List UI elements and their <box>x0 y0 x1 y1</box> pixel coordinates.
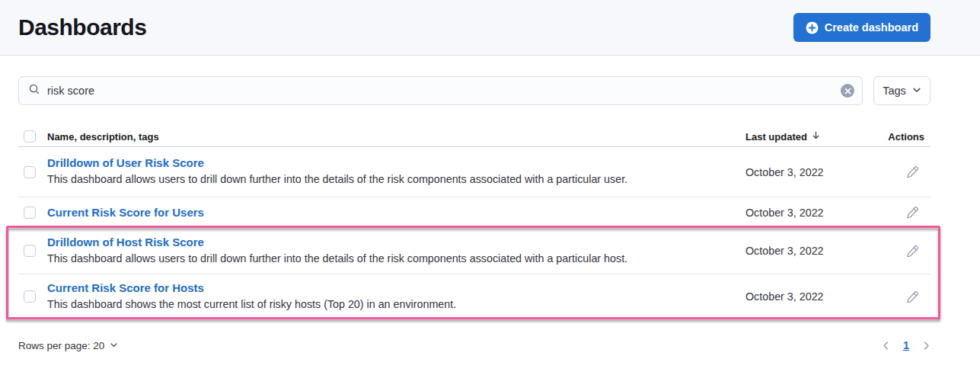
sort-arrow-down-icon <box>811 130 821 143</box>
name-cell: Drilldown of Host Risk Score This dashbo… <box>47 236 745 266</box>
dashboard-link[interactable]: Drilldown of User Risk Score <box>47 156 204 169</box>
select-all-checkbox[interactable] <box>24 130 36 143</box>
plus-in-circle-icon <box>806 21 819 34</box>
search-input[interactable] <box>47 85 835 97</box>
last-updated-cell: October 3, 2022 <box>745 207 876 219</box>
dashboard-link[interactable]: Current Risk Score for Hosts <box>47 281 204 294</box>
table-row: Current Risk Score for Users October 3, … <box>18 197 931 228</box>
chevron-down-icon <box>110 340 118 351</box>
pagination: 1 <box>879 339 933 352</box>
row-checkbox[interactable] <box>24 245 36 257</box>
create-dashboard-button[interactable]: Create dashboard <box>793 13 931 42</box>
table-row: Current Risk Score for Hosts This dashbo… <box>18 274 931 319</box>
next-page-chevron-right-icon[interactable] <box>920 339 933 352</box>
dashboard-description: This dashboard shows the most current li… <box>47 297 745 312</box>
table-footer: Rows per page: 20 1 <box>18 334 933 357</box>
row-checkbox-cell <box>18 166 47 178</box>
edit-pencil-icon[interactable] <box>902 162 923 183</box>
last-updated-cell: October 3, 2022 <box>745 290 876 303</box>
tags-filter-button[interactable]: Tags <box>873 76 931 105</box>
dashboard-description: This dashboard allows users to drill dow… <box>47 252 745 266</box>
last-updated-label: Last updated <box>745 131 807 143</box>
last-updated-cell: October 3, 2022 <box>745 166 876 178</box>
table-row: Drilldown of Host Risk Score This dashbo… <box>18 228 931 274</box>
row-checkbox-cell <box>18 207 47 219</box>
last-updated-cell: October 3, 2022 <box>745 245 876 257</box>
search-field[interactable] <box>18 76 863 105</box>
previous-page-chevron-left-icon[interactable] <box>879 339 892 352</box>
actions-cell <box>876 202 931 223</box>
actions-cell <box>876 162 931 183</box>
page-number-1[interactable]: 1 <box>903 339 909 351</box>
row-checkbox[interactable] <box>24 166 36 178</box>
dashboards-table: Name, description, tags Last updated Act… <box>18 127 931 319</box>
edit-pencil-icon[interactable] <box>902 240 923 261</box>
name-cell: Drilldown of User Risk Score This dashbo… <box>47 156 745 187</box>
row-checkbox[interactable] <box>24 207 36 219</box>
page-header: Dashboards Create dashboard <box>0 0 980 56</box>
create-dashboard-label: Create dashboard <box>825 21 918 34</box>
name-cell: Current Risk Score for Users <box>47 206 745 219</box>
rows-per-page-button[interactable]: Rows per page: 20 <box>18 340 118 351</box>
name-cell: Current Risk Score for Hosts This dashbo… <box>47 281 745 312</box>
dashboard-description: This dashboard allows users to drill dow… <box>47 172 745 187</box>
search-icon <box>28 83 40 98</box>
row-checkbox-cell <box>18 245 47 257</box>
edit-pencil-icon[interactable] <box>902 202 923 223</box>
page-title: Dashboards <box>18 14 146 40</box>
edit-pencil-icon[interactable] <box>902 286 923 307</box>
table-row: Drilldown of User Risk Score This dashbo… <box>18 147 931 197</box>
header-checkbox-cell <box>18 130 47 143</box>
dashboards-page: Dashboards Create dashboard <box>0 0 980 372</box>
dashboard-link[interactable]: Current Risk Score for Users <box>47 206 204 219</box>
table-header-row: Name, description, tags Last updated Act… <box>18 127 931 147</box>
search-bar: Tags <box>18 76 931 105</box>
column-header-actions: Actions <box>876 131 931 143</box>
tags-filter-label: Tags <box>883 85 906 97</box>
row-checkbox-cell <box>18 290 47 303</box>
actions-cell <box>876 240 931 261</box>
actions-cell <box>876 286 931 307</box>
row-checkbox[interactable] <box>24 290 36 303</box>
clear-search-icon[interactable] <box>841 84 854 98</box>
dashboard-link[interactable]: Drilldown of Host Risk Score <box>47 236 204 249</box>
column-header-name: Name, description, tags <box>47 131 745 143</box>
chevron-down-icon <box>912 85 921 97</box>
rows-per-page-label: Rows per page: 20 <box>18 340 104 351</box>
column-header-last-updated[interactable]: Last updated <box>745 130 876 143</box>
